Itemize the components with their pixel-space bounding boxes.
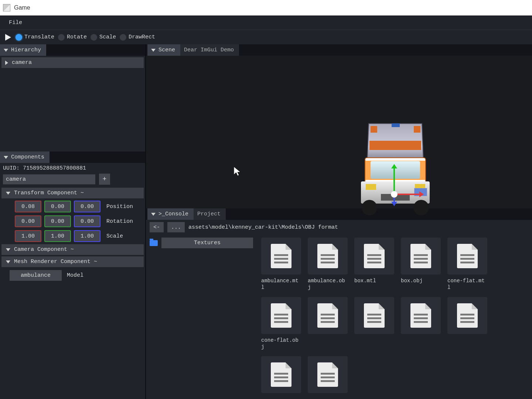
document-icon [364, 303, 385, 328]
radio-drawrect[interactable]: DrawRect [120, 34, 155, 41]
tab-console-label: >_Console [158, 211, 188, 217]
window-titlebar: Game [0, 0, 532, 16]
tab-imgui-demo[interactable]: Dear ImGui Demo [180, 44, 239, 56]
scale-z-input[interactable]: 1.00 [74, 230, 100, 242]
file-thumb [261, 297, 301, 334]
tab-components[interactable]: Components [0, 151, 50, 163]
mesh-renderer-component-header[interactable]: Mesh Renderer Component ~ [1, 256, 144, 267]
radio-rotate[interactable]: Rotate [58, 34, 87, 41]
document-icon [271, 303, 291, 328]
file-thumb [308, 238, 348, 274]
scale-x-input[interactable]: 1.00 [15, 230, 41, 242]
scene-viewport[interactable] [146, 56, 532, 208]
radio-dot-icon [16, 34, 22, 41]
file-item[interactable]: cone-flat.obj [261, 297, 301, 350]
transform-header-label: Transform Component ~ [14, 190, 84, 196]
mesh-model-button[interactable]: ambulance [10, 270, 62, 281]
scale-y-input[interactable]: 1.00 [44, 230, 71, 242]
collapse-icon [6, 260, 10, 263]
file-item[interactable] [447, 297, 487, 350]
document-icon [364, 244, 385, 268]
tab-scene[interactable]: Scene [147, 44, 180, 56]
transform-component-header[interactable]: Transform Component ~ [1, 188, 144, 198]
toolbar: Translate Rotate Scale DrawRect [0, 30, 532, 44]
collapse-icon [6, 192, 10, 195]
tab-scene-label: Scene [158, 47, 175, 53]
tab-components-label: Components [11, 154, 44, 160]
rotation-x-input[interactable]: 0.00 [15, 215, 41, 227]
hierarchy-item-camera[interactable]: camera [1, 57, 144, 68]
file-item[interactable] [308, 356, 348, 396]
file-name: cone-flat.mtl [447, 277, 487, 291]
gizmo-origin-icon[interactable] [391, 191, 398, 198]
file-name: cone-flat.obj [261, 337, 301, 350]
add-component-button[interactable]: + [99, 174, 110, 185]
camera-header-label: Camera Component ~ [14, 246, 74, 253]
tab-hierarchy[interactable]: Hierarchy [0, 44, 46, 56]
file-item[interactable]: cone-flat.mtl [447, 238, 487, 291]
dropdown-icon [4, 156, 8, 159]
scale-label: Scale [106, 233, 123, 239]
document-icon [317, 303, 338, 328]
menu-file[interactable]: File [5, 17, 26, 28]
rotation-z-input[interactable]: 0.00 [74, 215, 100, 227]
nav-back-button[interactable]: <- [150, 222, 164, 232]
position-y-input[interactable]: 0.00 [44, 201, 71, 212]
file-thumb [261, 238, 301, 274]
file-thumb [354, 297, 394, 334]
file-item[interactable]: box.obj [401, 238, 441, 291]
radio-drawrect-label: DrawRect [129, 34, 155, 40]
tab-demo-label: Dear ImGui Demo [184, 47, 234, 53]
file-item[interactable] [354, 297, 394, 350]
file-item[interactable] [401, 297, 441, 350]
radio-scale-label: Scale [99, 34, 116, 40]
panel-hierarchy: Hierarchy camera [0, 44, 145, 151]
selected-object[interactable] [357, 122, 430, 218]
svg-marker-0 [5, 34, 11, 41]
file-grid: ambulance.mtlambulance.objbox.mtlbox.obj… [257, 235, 532, 399]
file-item[interactable] [261, 356, 301, 396]
panel-project: >_Console Project <- ... assets\model\ke… [146, 208, 532, 399]
tab-console[interactable]: >_Console [147, 208, 194, 220]
document-icon [271, 244, 291, 268]
document-icon [457, 244, 478, 268]
folder-tree: Textures [146, 235, 257, 399]
file-item[interactable]: ambulance.mtl [261, 238, 301, 291]
svg-marker-1 [234, 167, 241, 176]
expand-icon [5, 61, 8, 65]
cursor-icon [234, 167, 241, 179]
radio-scale[interactable]: Scale [91, 34, 116, 41]
play-button[interactable] [4, 33, 12, 41]
nav-up-button[interactable]: ... [167, 222, 185, 232]
file-item[interactable]: ambulance.obj [308, 238, 348, 291]
file-name: box.obj [401, 277, 441, 284]
uuid-text: UUID: 7158952888857800881 [0, 163, 145, 173]
file-thumb [401, 297, 441, 334]
file-item[interactable] [308, 297, 348, 350]
gizmo-x-axis-icon[interactable] [394, 194, 420, 195]
document-icon [457, 303, 478, 328]
entity-name-input[interactable] [3, 174, 95, 184]
folder-item[interactable]: Textures [149, 237, 254, 249]
radio-rotate-label: Rotate [67, 34, 87, 40]
file-thumb [308, 297, 348, 334]
mesh-model-label: Model [67, 272, 83, 279]
position-x-input[interactable]: 0.08 [15, 201, 41, 212]
rotation-y-input[interactable]: 0.00 [44, 215, 71, 227]
tab-hierarchy-label: Hierarchy [11, 47, 41, 53]
tab-project[interactable]: Project [194, 208, 226, 220]
camera-component-header[interactable]: Camera Component ~ [1, 244, 144, 255]
file-item[interactable]: box.mtl [354, 238, 394, 291]
gizmo-y-axis-icon[interactable] [393, 168, 395, 194]
hierarchy-item-label: camera [12, 59, 32, 66]
document-icon [317, 362, 338, 387]
file-thumb [308, 356, 348, 393]
document-icon [410, 244, 431, 268]
file-thumb [401, 238, 441, 274]
radio-translate[interactable]: Translate [16, 34, 54, 41]
position-z-input[interactable]: 0.00 [74, 201, 100, 212]
mesh-header-label: Mesh Renderer Component ~ [14, 259, 97, 265]
collapse-icon [6, 248, 10, 251]
document-icon [271, 362, 291, 387]
file-thumb [261, 356, 301, 393]
